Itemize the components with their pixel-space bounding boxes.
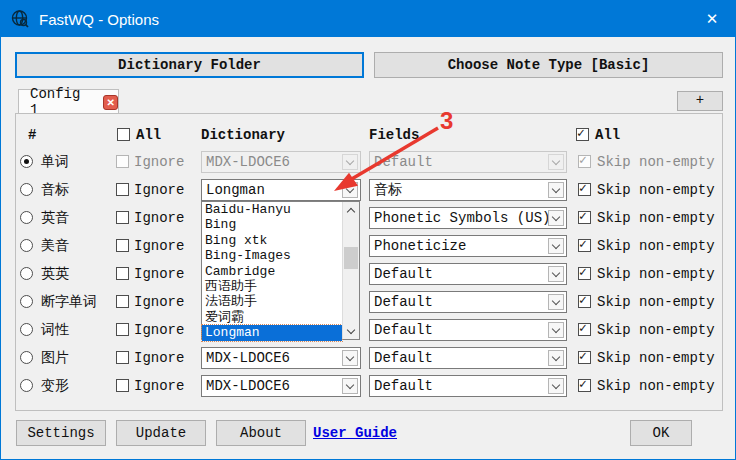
- row-radio[interactable]: [20, 379, 33, 392]
- dropdown-item[interactable]: Bing xtk: [202, 233, 342, 248]
- column-header-all-left: All: [136, 126, 161, 144]
- table-row: 英英 Ignore Default Skip non-empty: [1, 263, 736, 285]
- skip-checkbox[interactable]: [578, 239, 591, 252]
- dropdown-item[interactable]: Cambridge: [202, 264, 342, 279]
- choose-note-type-button[interactable]: Choose Note Type [Basic]: [374, 52, 723, 78]
- field-select: Default: [369, 151, 567, 173]
- skip-label: Skip non-empty: [597, 179, 715, 201]
- dropdown-item[interactable]: 西语助手: [202, 279, 342, 294]
- chevron-down-icon[interactable]: [548, 350, 564, 366]
- row-radio[interactable]: [20, 323, 33, 336]
- skip-label: Skip non-empty: [597, 375, 715, 397]
- dictionary-folder-button[interactable]: Dictionary Folder: [15, 52, 364, 78]
- skip-checkbox[interactable]: [578, 295, 591, 308]
- skip-checkbox[interactable]: [578, 211, 591, 224]
- skip-label: Skip non-empty: [597, 263, 715, 285]
- field-select[interactable]: Phoneticize: [369, 235, 567, 257]
- table-row: 音标 Ignore Longman 音标 Skip non-empty: [1, 179, 736, 201]
- chevron-down-icon[interactable]: [548, 182, 564, 198]
- ignore-checkbox[interactable]: [116, 183, 129, 196]
- settings-button[interactable]: Settings: [16, 420, 106, 446]
- column-header-all-right: All: [595, 126, 620, 144]
- ignore-checkbox[interactable]: [116, 379, 129, 392]
- skip-label: Skip non-empty: [597, 347, 715, 369]
- dropdown-scrollbar[interactable]: [342, 202, 359, 339]
- titlebar: FastWQ - Options ✕: [1, 1, 735, 37]
- skip-checkbox[interactable]: [578, 323, 591, 336]
- chevron-down-icon[interactable]: [342, 378, 358, 394]
- ignore-checkbox[interactable]: [116, 295, 129, 308]
- user-guide-link[interactable]: User Guide: [313, 420, 397, 446]
- ignore-checkbox[interactable]: [116, 211, 129, 224]
- field-select[interactable]: 音标: [369, 179, 567, 201]
- ignore-checkbox[interactable]: [116, 239, 129, 252]
- ignore-checkbox: [116, 155, 129, 168]
- field-select[interactable]: Default: [369, 375, 567, 397]
- add-tab-button[interactable]: +: [677, 91, 723, 111]
- chevron-down-icon[interactable]: [548, 378, 564, 394]
- chevron-down-icon[interactable]: [342, 182, 358, 198]
- chevron-down-icon[interactable]: [548, 322, 564, 338]
- row-label: 美音: [41, 235, 69, 257]
- dropdown-item[interactable]: 爱词霸: [202, 310, 342, 325]
- skip-checkbox[interactable]: [578, 351, 591, 364]
- row-radio[interactable]: [20, 211, 33, 224]
- ignore-checkbox[interactable]: [116, 323, 129, 336]
- dropdown-item[interactable]: Baidu-Hanyu: [202, 202, 342, 217]
- about-button[interactable]: About: [216, 420, 306, 446]
- options-window: FastWQ - Options ✕ Dictionary Folder Cho…: [0, 0, 736, 460]
- row-radio[interactable]: [20, 267, 33, 280]
- skip-checkbox[interactable]: [578, 267, 591, 280]
- chevron-down-icon[interactable]: [548, 294, 564, 310]
- skip-checkbox: [578, 155, 591, 168]
- row-radio[interactable]: [20, 351, 33, 364]
- field-select[interactable]: Default: [369, 319, 567, 341]
- row-label: 单词: [41, 151, 69, 173]
- field-select[interactable]: Default: [369, 291, 567, 313]
- row-label: 词性: [41, 319, 69, 341]
- ok-button[interactable]: OK: [630, 420, 692, 446]
- scroll-down-icon[interactable]: [343, 323, 359, 339]
- table-row: 变形 Ignore MDX-LDOCE6 Default Skip non-em…: [1, 375, 736, 397]
- tab-close-icon[interactable]: [103, 95, 118, 110]
- row-radio[interactable]: [20, 155, 33, 168]
- row-radio[interactable]: [20, 183, 33, 196]
- all-ignore-checkbox[interactable]: [117, 128, 130, 141]
- chevron-down-icon[interactable]: [342, 350, 358, 366]
- dictionary-select[interactable]: MDX-LDOCE6: [201, 375, 361, 397]
- ignore-checkbox[interactable]: [116, 267, 129, 280]
- ignore-label: Ignore: [134, 151, 184, 173]
- ignore-label: Ignore: [134, 375, 184, 397]
- tab-config1[interactable]: Config 1: [18, 89, 119, 114]
- skip-checkbox[interactable]: [578, 379, 591, 392]
- field-select[interactable]: Default: [369, 263, 567, 285]
- dictionary-select[interactable]: MDX-LDOCE6: [201, 347, 361, 369]
- field-select[interactable]: Default: [369, 347, 567, 369]
- dropdown-item-selected[interactable]: Longman: [202, 325, 342, 340]
- dictionary-select-open[interactable]: Longman: [201, 179, 361, 201]
- close-icon[interactable]: ✕: [697, 1, 727, 37]
- all-skip-checkbox[interactable]: [576, 128, 589, 141]
- ignore-checkbox[interactable]: [116, 351, 129, 364]
- dictionary-dropdown-list: Baidu-Hanyu Bing Bing xtk Bing-Images Ca…: [201, 201, 360, 340]
- ignore-label: Ignore: [134, 235, 184, 257]
- chevron-down-icon[interactable]: [548, 266, 564, 282]
- row-label: 音标: [41, 179, 69, 201]
- scroll-up-icon[interactable]: [343, 202, 359, 218]
- ignore-label: Ignore: [134, 347, 184, 369]
- dropdown-item[interactable]: Bing: [202, 217, 342, 232]
- row-label: 英英: [41, 263, 69, 285]
- chevron-down-icon[interactable]: [548, 210, 564, 226]
- fastwq-globe-icon: [10, 9, 30, 29]
- dropdown-item[interactable]: 法语助手: [202, 294, 342, 309]
- scrollbar-thumb[interactable]: [344, 247, 358, 269]
- row-label: 断字单词: [41, 291, 97, 313]
- update-button[interactable]: Update: [116, 420, 206, 446]
- chevron-down-icon[interactable]: [548, 238, 564, 254]
- skip-checkbox[interactable]: [578, 183, 591, 196]
- row-radio[interactable]: [20, 239, 33, 252]
- dropdown-item[interactable]: Bing-Images: [202, 248, 342, 263]
- row-radio[interactable]: [20, 295, 33, 308]
- ignore-label: Ignore: [134, 263, 184, 285]
- field-select[interactable]: Phonetic Symbols (US): [369, 207, 567, 229]
